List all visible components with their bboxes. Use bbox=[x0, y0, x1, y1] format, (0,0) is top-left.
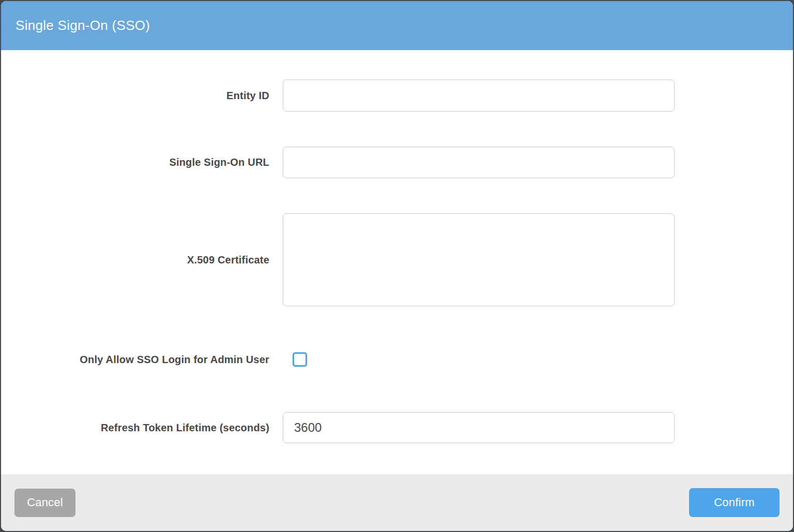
refresh-token-lifetime-input[interactable] bbox=[283, 412, 675, 443]
confirm-button[interactable]: Confirm bbox=[689, 488, 780, 517]
dialog-header: Single Sign-On (SSO) bbox=[1, 1, 793, 50]
x509-certificate-textarea[interactable] bbox=[283, 213, 675, 306]
entity-id-label: Entity ID bbox=[1, 90, 269, 102]
dialog-title: Single Sign-On (SSO) bbox=[16, 18, 150, 34]
x509-certificate-row: X.509 Certificate bbox=[1, 213, 793, 306]
sso-url-label: Single Sign-On URL bbox=[1, 157, 269, 168]
sso-url-input[interactable] bbox=[283, 147, 675, 178]
cancel-button[interactable]: Cancel bbox=[14, 489, 75, 517]
refresh-token-lifetime-row: Refresh Token Lifetime (seconds) bbox=[1, 412, 793, 443]
only-admin-sso-row: Only Allow SSO Login for Admin User bbox=[1, 352, 793, 367]
only-admin-sso-checkbox[interactable] bbox=[293, 352, 307, 367]
dialog-footer: Cancel Confirm bbox=[1, 474, 793, 531]
entity-id-input[interactable] bbox=[283, 80, 675, 112]
sso-dialog: Single Sign-On (SSO) Entity ID Single Si… bbox=[1, 1, 793, 531]
dialog-body: Entity ID Single Sign-On URL X.509 Certi… bbox=[1, 50, 793, 474]
sso-url-row: Single Sign-On URL bbox=[1, 147, 793, 178]
refresh-token-lifetime-label: Refresh Token Lifetime (seconds) bbox=[1, 422, 269, 434]
only-admin-sso-label: Only Allow SSO Login for Admin User bbox=[1, 354, 269, 366]
x509-certificate-label: X.509 Certificate bbox=[1, 254, 269, 266]
entity-id-row: Entity ID bbox=[1, 80, 793, 112]
